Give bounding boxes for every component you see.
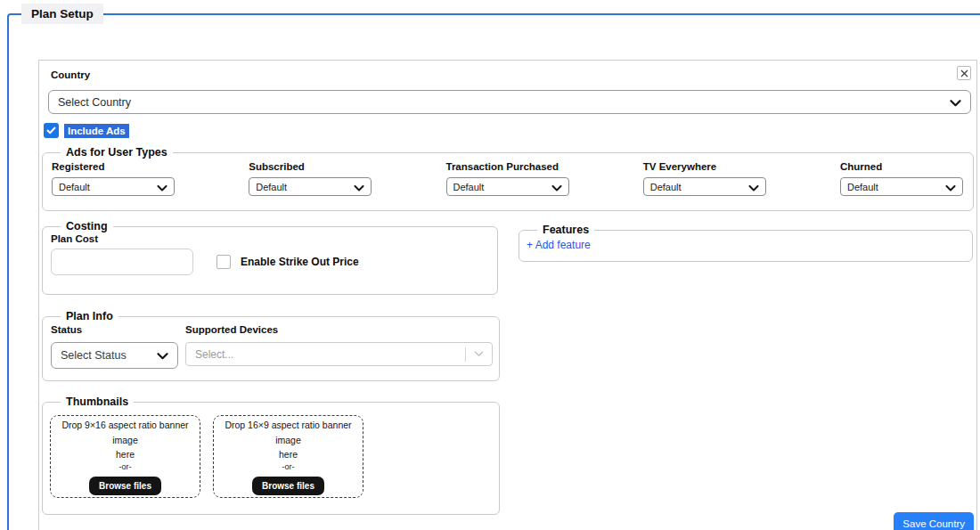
dropzone-9x16-banner[interactable]: Drop 9×16 aspect ratio banner image here… — [50, 415, 200, 498]
dropzone-text: Drop 16×9 aspect ratio banner image — [219, 418, 357, 447]
thumbnails-section: Thumbnails Drop 9×16 aspect ratio banner… — [42, 395, 500, 515]
supported-devices-multiselect[interactable]: Select... — [185, 342, 493, 366]
registered-select[interactable]: Default — [52, 177, 175, 196]
transaction-purchased-select-value: Default — [453, 182, 485, 192]
chevron-down-icon — [157, 347, 168, 363]
costing-section: Costing Plan Cost Enable Strike Out Pric… — [42, 220, 498, 295]
plan-cost-input[interactable] — [51, 249, 193, 275]
transaction-purchased-select[interactable]: Default — [446, 177, 569, 196]
chevron-down-icon — [157, 179, 167, 195]
thumbnails-section-legend: Thumbnails — [61, 395, 134, 408]
chevron-down-icon — [945, 179, 956, 195]
dropzone-separator: -or- — [282, 461, 295, 474]
ads-field-registered: Registered Default — [52, 161, 175, 196]
registered-select-value: Default — [59, 182, 90, 192]
browse-files-button[interactable]: Browse files — [89, 477, 161, 495]
ads-field-tv-everywhere: TV Everywhere Default — [643, 161, 766, 196]
plan-setup-section: Plan Setup Country Select Country Includ… — [7, 13, 980, 530]
plan-info-section: Plan Info Status Select Status Supported… — [42, 310, 500, 381]
include-ads-row: Include Ads — [44, 123, 129, 138]
close-icon — [960, 65, 968, 81]
page-title: Plan Setup — [21, 4, 103, 24]
enable-strike-out-price-label: Enable Strike Out Price — [241, 256, 359, 268]
chevron-down-icon — [551, 179, 562, 195]
ads-field-transaction-purchased: Transaction Purchased Default — [446, 161, 569, 196]
chevron-down-icon — [354, 179, 364, 195]
ads-field-subscribed: Subscribed Default — [249, 161, 372, 196]
registered-label: Registered — [52, 161, 175, 172]
churned-select[interactable]: Default — [840, 177, 963, 196]
dropzone-text: Drop 9×16 aspect ratio banner image — [56, 418, 194, 447]
country-label: Country — [51, 69, 90, 80]
tv-everywhere-select[interactable]: Default — [643, 177, 766, 196]
dropzone-separator: -or- — [119, 461, 132, 474]
status-field: Status Select Status — [51, 324, 185, 369]
status-label: Status — [51, 324, 185, 335]
add-feature-link[interactable]: + Add feature — [527, 239, 591, 251]
chevron-down-icon — [950, 94, 961, 110]
include-ads-label: Include Ads — [64, 124, 129, 138]
tv-everywhere-label: TV Everywhere — [643, 161, 766, 172]
tv-everywhere-select-value: Default — [650, 182, 682, 192]
plan-info-section-legend: Plan Info — [61, 310, 118, 322]
close-button[interactable] — [957, 66, 971, 80]
plan-cost-label: Plan Cost — [51, 233, 497, 244]
churned-label: Churned — [840, 161, 963, 172]
chevron-down-icon — [466, 351, 492, 357]
country-select[interactable]: Select Country — [48, 90, 971, 114]
ads-field-churned: Churned Default — [840, 161, 963, 196]
churned-select-value: Default — [847, 182, 878, 192]
enable-strike-out-price-checkbox[interactable] — [216, 255, 231, 269]
supported-devices-label: Supported Devices — [185, 324, 493, 335]
save-country-button[interactable]: Save Country — [894, 512, 974, 530]
check-icon — [46, 126, 56, 135]
supported-devices-placeholder: Select... — [186, 348, 465, 361]
subscribed-select[interactable]: Default — [249, 177, 372, 196]
ads-for-user-types-section: Ads for User Types Registered Default Su… — [42, 146, 974, 211]
features-section: Features + Add feature — [519, 224, 973, 262]
country-select-value: Select Country — [58, 96, 131, 109]
status-select-value: Select Status — [61, 349, 127, 362]
transaction-purchased-label: Transaction Purchased — [446, 161, 569, 172]
browse-files-button[interactable]: Browse files — [252, 477, 324, 495]
chevron-down-icon — [748, 179, 759, 195]
subscribed-label: Subscribed — [249, 161, 372, 172]
status-select[interactable]: Select Status — [51, 342, 178, 369]
dropzone-text: here — [279, 447, 298, 461]
country-plan-card: Country Select Country Include Ads Ads f… — [38, 60, 977, 530]
dropzone-16x9-banner[interactable]: Drop 16×9 aspect ratio banner image here… — [213, 415, 363, 498]
dropzone-text: here — [116, 447, 135, 461]
ads-section-legend: Ads for User Types — [61, 146, 173, 159]
subscribed-select-value: Default — [256, 182, 287, 192]
features-section-legend: Features — [537, 224, 594, 236]
costing-section-legend: Costing — [61, 220, 113, 232]
include-ads-checkbox[interactable] — [44, 123, 59, 138]
supported-devices-field: Supported Devices Select... — [185, 324, 499, 369]
